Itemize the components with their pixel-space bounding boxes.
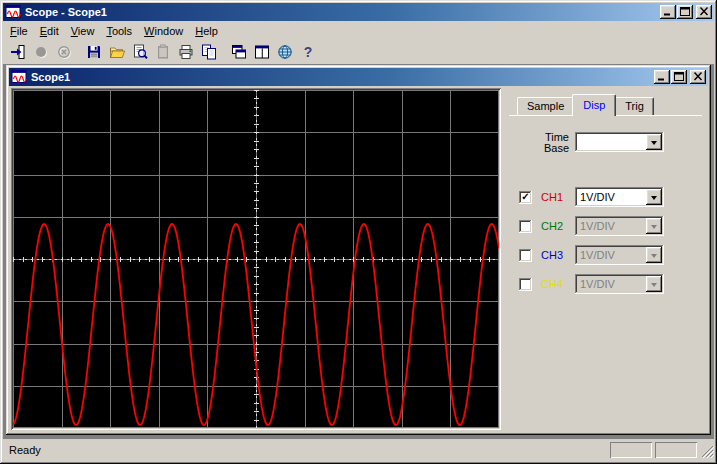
close-button[interactable]: [696, 5, 712, 19]
record-button: [29, 41, 52, 63]
scope1-window-controls: [653, 70, 706, 84]
svg-text:?: ?: [303, 44, 312, 60]
scope1-icon: [11, 69, 27, 85]
ch2-scale-combo: 1V/DIV: [575, 216, 664, 236]
globe-button[interactable]: [273, 41, 296, 63]
save-icon: [86, 44, 102, 60]
scope1-title: Scope1: [31, 71, 653, 83]
tile-icon: [254, 44, 270, 60]
status-pane-1: [610, 442, 652, 458]
menu-edit[interactable]: Edit: [34, 23, 65, 39]
toolbar-separator: [75, 41, 82, 63]
ch2-label: CH2: [541, 220, 563, 232]
ch1-checkbox[interactable]: ✓: [519, 191, 532, 204]
window-controls: [659, 5, 712, 19]
channel-row-ch1: ✓CH11V/DIV: [503, 187, 708, 208]
channel-row-ch3: CH31V/DIV: [503, 245, 708, 266]
open-button[interactable]: [105, 41, 128, 63]
app-icon: [5, 4, 21, 20]
ch3-checkbox[interactable]: [519, 249, 532, 262]
ch1-scale-value: 1V/DIV: [575, 191, 644, 203]
copy-button[interactable]: [197, 41, 220, 63]
minimize-button[interactable]: [660, 5, 676, 19]
stop-icon: [56, 44, 72, 60]
mdi-client: Scope1 SampleDispTrig Time Base ✓CH11V/D…: [3, 64, 714, 439]
print-button[interactable]: [174, 41, 197, 63]
ch2-checkbox[interactable]: [519, 220, 532, 233]
ch4-scale-value: 1V/DIV: [575, 278, 644, 290]
chevron-down-icon[interactable]: [646, 189, 662, 205]
ch2-scale-value: 1V/DIV: [575, 220, 644, 232]
scope1-maximize-button[interactable]: [671, 70, 687, 84]
scope1-window: Scope1 SampleDispTrig Time Base ✓CH11V/D…: [6, 65, 711, 435]
menu-help[interactable]: Help: [189, 23, 224, 39]
menu-window[interactable]: Window: [138, 23, 189, 39]
ch1-label: CH1: [541, 191, 563, 203]
globe-icon: [277, 44, 293, 60]
status-text: Ready: [3, 444, 607, 456]
help-icon: ?: [300, 44, 316, 60]
ch4-checkbox[interactable]: [519, 278, 532, 291]
window-title: Scope - Scope1: [25, 6, 659, 18]
resize-grip[interactable]: [700, 442, 714, 458]
cascade-icon: [231, 44, 247, 60]
maximize-icon: [674, 71, 684, 83]
tab-disp[interactable]: Disp: [572, 94, 616, 116]
ch4-scale-combo: 1V/DIV: [575, 274, 664, 294]
minimize-icon: [663, 6, 673, 18]
copy-icon: [201, 44, 217, 60]
maximize-icon: [680, 6, 690, 18]
menu-view[interactable]: View: [65, 23, 101, 39]
scope1-title-bar[interactable]: Scope1: [9, 68, 708, 86]
channel-list: ✓CH11V/DIVCH21V/DIVCH31V/DIVCH41V/DIV: [503, 87, 708, 432]
scope1-close-button[interactable]: [690, 70, 706, 84]
menu-tools[interactable]: Tools: [100, 23, 138, 39]
ch3-scale-combo: 1V/DIV: [575, 245, 664, 265]
chevron-down-icon: [646, 218, 662, 234]
exit-icon: [10, 44, 26, 60]
exit-button[interactable]: [6, 41, 29, 63]
toolbar: ?: [3, 40, 714, 64]
print-icon: [178, 44, 194, 60]
ch4-label: CH4: [541, 278, 563, 290]
toolbar-separator: [220, 41, 227, 63]
open-icon: [109, 44, 125, 60]
status-pane-2: [655, 442, 697, 458]
maximize-button[interactable]: [677, 5, 693, 19]
close-icon: [699, 6, 709, 18]
cascade-button[interactable]: [227, 41, 250, 63]
ch1-scale-combo[interactable]: 1V/DIV: [575, 187, 664, 207]
save-button[interactable]: [82, 41, 105, 63]
channel-row-ch2: CH21V/DIV: [503, 216, 708, 237]
app-window: Scope - Scope1 FileEditViewToolsWindowHe…: [0, 0, 717, 464]
status-bar: Ready: [3, 439, 714, 461]
print-preview-button[interactable]: [128, 41, 151, 63]
menu-bar: FileEditViewToolsWindowHelp: [3, 21, 714, 40]
close-icon: [693, 71, 703, 83]
chevron-down-icon: [646, 247, 662, 263]
stop-button: [52, 41, 75, 63]
paste-icon: [155, 44, 171, 60]
control-panel: SampleDispTrig Time Base ✓CH11V/DIVCH21V…: [503, 87, 708, 432]
paste-button: [151, 41, 174, 63]
ch3-scale-value: 1V/DIV: [575, 249, 644, 261]
channel-row-ch4: CH41V/DIV: [503, 274, 708, 295]
scope-display: [11, 88, 501, 430]
print-preview-icon: [132, 44, 148, 60]
scope1-content: SampleDispTrig Time Base ✓CH11V/DIVCH21V…: [9, 87, 708, 432]
record-icon: [33, 44, 49, 60]
menu-file[interactable]: File: [4, 23, 34, 39]
help-button[interactable]: ?: [296, 41, 319, 63]
scope-trace: [13, 90, 499, 428]
title-bar[interactable]: Scope - Scope1: [3, 3, 714, 21]
chevron-down-icon: [646, 276, 662, 292]
scope1-minimize-button[interactable]: [654, 70, 670, 84]
tile-button[interactable]: [250, 41, 273, 63]
minimize-icon: [657, 71, 667, 83]
ch3-label: CH3: [541, 249, 563, 261]
